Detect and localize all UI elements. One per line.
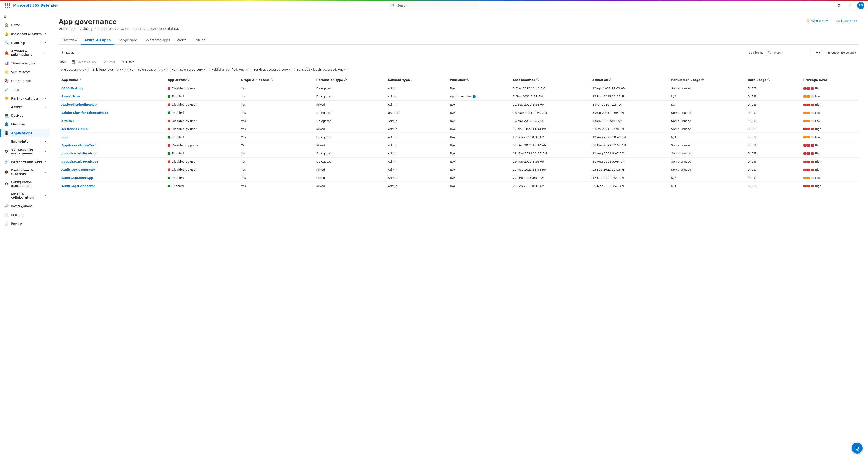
privilege-block-1 — [803, 177, 807, 179]
col-last-modified[interactable]: Last modified ⓘ — [510, 76, 590, 84]
app-name-cell[interactable]: AadAuditPipelineApp — [59, 101, 165, 109]
whats-new-button[interactable]: ✨ What's new — [804, 18, 829, 24]
sidebar-section-email[interactable]: Email & collaboration ▾ — [0, 190, 50, 202]
sidebar-item-threat[interactable]: 📊 Threat analytics — [0, 59, 50, 68]
topbar-search-input[interactable] — [389, 2, 479, 9]
sidebar-item-actions[interactable]: 📤 Actions & submissions ▾ — [0, 47, 50, 59]
graph-api-cell: Yes — [238, 117, 313, 125]
app-name-cell[interactable]: 0365 Testing — [59, 84, 165, 92]
sidebar-section-assets[interactable]: Assets ▾ — [0, 103, 50, 111]
app-name-cell[interactable]: AuditLogsConnector — [59, 182, 165, 190]
verified-badge: ✓ — [473, 95, 476, 98]
graph-api-cell: Yes — [238, 109, 313, 117]
sort-button[interactable]: ≡ ▾ — [814, 50, 822, 55]
export-icon: ⬇ — [61, 51, 64, 54]
permission-usage-cell: Some unused — [669, 109, 745, 117]
toolbar-right: 124 items 🔍 ≡ ▾ ⊞ Customize columns — [749, 49, 859, 56]
export-button[interactable]: ⬇ Export — [59, 50, 76, 56]
last-modified-cell: 17 Nov 2022 11:44 PM — [510, 166, 590, 174]
collapse-sidebar-button[interactable]: ☰ — [0, 13, 50, 21]
sidebar-item-trials[interactable]: 🧪 Trials — [0, 85, 50, 94]
added-on-cell: 13 Apr 2021 12:03 AM — [590, 84, 669, 92]
sidebar-item-vulnerability[interactable]: 🛡 Vulnerability management ▾ — [0, 146, 50, 157]
sidebar-item-investigations[interactable]: 🔎 Investigations — [0, 202, 50, 210]
filter-api-access[interactable]: API access: Any ▾ — [59, 67, 89, 72]
sidebar-item-review[interactable]: 📋 Review — [0, 219, 50, 228]
app-name-cell[interactable]: AppAccessPolicyTest — [59, 141, 165, 149]
sidebar-item-hunting[interactable]: 🔍 Hunting ▾ — [0, 38, 50, 47]
investigations-icon: 🔎 — [4, 204, 9, 208]
privilege-block-1 — [803, 87, 807, 90]
col-permission-type[interactable]: Permission type ⓘ — [313, 76, 385, 84]
col-publisher[interactable]: Publisher ⓘ — [447, 76, 510, 84]
status-dot-enabled — [168, 152, 170, 155]
help-button[interactable]: ? — [846, 2, 854, 9]
sidebar-item-identities[interactable]: 👤 Identities — [0, 120, 50, 129]
tab-salesforce[interactable]: Salesforce apps — [141, 36, 174, 44]
col-app-status[interactable]: App status ⓘ — [165, 76, 238, 84]
search-icon: 🔍 — [768, 51, 771, 54]
filter-publisher-verified[interactable]: Publisher verified: Any ▾ — [209, 67, 249, 72]
table-row: appadracarbTecnicas1Disabled by userYesD… — [59, 158, 859, 166]
tab-alerts[interactable]: Alerts — [174, 36, 190, 44]
sidebar-item-learning[interactable]: 📚 Learning hub — [0, 76, 50, 85]
tab-google[interactable]: Google apps — [114, 36, 141, 44]
save-query-button[interactable]: 💾 Save the query — [69, 59, 99, 65]
added-on-cell: 23 Mar 2022 12:29 PM — [590, 92, 669, 101]
tab-overview[interactable]: Overview — [59, 36, 81, 44]
sidebar-item-applications[interactable]: 📱 Applications — [0, 129, 50, 137]
app-name-cell[interactable]: alfalfa4 — [59, 117, 165, 125]
user-avatar[interactable]: RS — [857, 2, 864, 9]
sidebar-item-partner[interactable]: 🤝 Partner catalog ▾ — [0, 94, 50, 103]
tab-policies[interactable]: Policies — [190, 36, 209, 44]
filter-sensitivity-labels[interactable]: Sensitivity labels accessed: Any ▾ — [294, 67, 348, 72]
filter-permission-usage[interactable]: Permission usage: Any ▾ — [127, 67, 168, 72]
filter-services-accessed[interactable]: Services accessed: Any ▾ — [251, 67, 292, 72]
reset-label: Reset — [107, 60, 115, 64]
filters-label: Filters — [126, 60, 134, 64]
col-app-name[interactable]: App name ↑ — [59, 76, 165, 84]
floating-action-button[interactable]: Q — [852, 443, 863, 454]
sidebar-item-incidents[interactable]: 🔔 Incidents & alerts ▾ — [0, 29, 50, 38]
sidebar-item-secure-score[interactable]: ⭐ Secure score — [0, 68, 50, 76]
privilege-bar: Low — [803, 176, 856, 180]
app-name-cell[interactable]: app — [59, 133, 165, 141]
sidebar-item-evaluation[interactable]: 🎓 Evaluation & tutorials ▾ — [0, 166, 50, 178]
app-name-cell[interactable]: AuditGapClientApp — [59, 174, 165, 182]
sidebar-item-home[interactable]: 🏠 Home — [0, 21, 50, 29]
sidebar-item-devices[interactable]: 💻 Devices — [0, 111, 50, 120]
table-search-input[interactable] — [766, 49, 811, 56]
data-usage-cell: 0 (0%) — [745, 117, 801, 125]
col-permission-usage[interactable]: Permission usage ⓘ — [669, 76, 745, 84]
settings-button[interactable]: ⚙ — [835, 2, 843, 9]
app-name-cell[interactable]: Adobe Sign for Microsoft365 — [59, 109, 165, 117]
app-name-cell[interactable]: Audit Log Generator — [59, 166, 165, 174]
col-consent-type[interactable]: Consent type ⓘ — [385, 76, 447, 84]
col-data-usage[interactable]: Data usage ⓘ — [745, 76, 801, 84]
sidebar-item-explorer[interactable]: 🗂 Explorer — [0, 210, 50, 219]
customize-columns-button[interactable]: ⊞ Customize columns — [825, 50, 859, 56]
col-graph-api[interactable]: Graph API access ⓘ — [238, 76, 313, 84]
status-dot-disabled — [168, 120, 170, 122]
app-name-cell[interactable]: appadracarbTecnicas1 — [59, 158, 165, 166]
privilege-level-cell: Low — [801, 133, 859, 141]
col-privilege-level[interactable]: Privilege level — [801, 76, 859, 84]
page-title: App governance — [59, 18, 179, 26]
sidebar-section-endpoints[interactable]: Endpoints ▾ — [0, 137, 50, 146]
filter-permission-type[interactable]: Permission type: Any ▾ — [169, 67, 208, 72]
col-added-on[interactable]: Added on ⓘ — [590, 76, 669, 84]
app-name-cell[interactable]: 1-on-1 Hub — [59, 92, 165, 101]
reset-button[interactable]: ↺ Reset — [101, 59, 118, 65]
filter-privilege-level[interactable]: Privilege level: Any ▾ — [91, 67, 126, 72]
sidebar-item-partners-apis[interactable]: 🔗 Partners and APIs ▾ — [0, 157, 50, 166]
sort-icon: ≡ — [816, 51, 818, 54]
app-name-cell[interactable]: appadracarbTecnicas — [59, 149, 165, 158]
filters-button[interactable]: ⧩ Filters — [120, 59, 137, 65]
filter-services-value: Any — [282, 68, 288, 71]
sidebar-item-config[interactable]: ⚙ Configuration management — [0, 178, 50, 190]
tab-azure-ad[interactable]: Azure AD apps — [81, 36, 114, 44]
learn-more-button[interactable]: 📖 Learn more — [834, 18, 859, 24]
grid-menu-button[interactable] — [4, 2, 11, 9]
app-name-cell[interactable]: All Hands Demo — [59, 125, 165, 133]
last-modified-cell: 18 May 2023 11:39 AM — [510, 149, 590, 158]
